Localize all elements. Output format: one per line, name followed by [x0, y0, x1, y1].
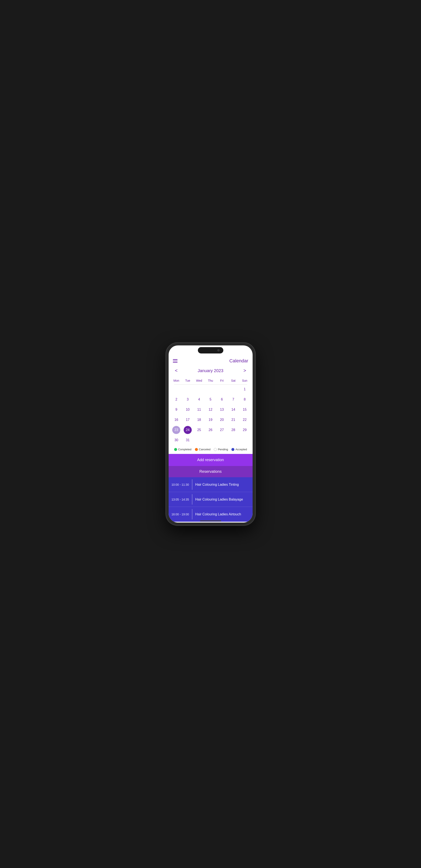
phone-screen: Calendar < January 2023 > MonTueWedThuFr… — [169, 345, 253, 523]
weekday-label: Wed — [193, 378, 205, 383]
calendar-day — [193, 384, 205, 394]
calendar-day — [205, 384, 216, 394]
reservations-list: 10:00 - 11:30Hair Colouring Ladies Tinti… — [169, 477, 253, 522]
add-reservation-button[interactable]: Add reservation — [169, 454, 253, 466]
calendar-day[interactable]: 28 — [228, 425, 239, 435]
legend-label: Pending — [218, 448, 228, 451]
calendar-day[interactable]: 12 — [205, 405, 216, 414]
legend-label: Canceled — [199, 448, 210, 451]
calendar-day[interactable]: 25 — [193, 425, 205, 435]
calendar-day[interactable]: 15 — [239, 405, 251, 414]
reservation-item[interactable]: 10:00 - 11:30Hair Colouring Ladies Tinti… — [169, 477, 253, 492]
calendar-day[interactable]: 31 — [182, 435, 193, 445]
legend-label: Accepted — [235, 448, 247, 451]
next-month-button[interactable]: > — [241, 367, 248, 374]
home-indicator — [200, 521, 221, 521]
calendar-grid: MonTueWedThuFriSatSun 123456789101112131… — [169, 376, 253, 445]
reservations-header: Reservations — [169, 466, 253, 477]
weekday-label: Mon — [171, 378, 182, 383]
calendar-day[interactable]: 16 — [171, 415, 182, 425]
weekday-label: Thu — [205, 378, 216, 383]
reservation-item[interactable]: 16:00 - 19:00Hair Colouring Ladies Airto… — [169, 507, 253, 522]
calendar-day[interactable]: 26 — [205, 425, 216, 435]
calendar-day[interactable]: 21 — [228, 415, 239, 425]
calendar-day[interactable]: 27 — [216, 425, 228, 435]
weekdays-row: MonTueWedThuFriSatSun — [171, 376, 251, 384]
app-header: Calendar — [169, 356, 253, 366]
calendar-day[interactable]: 30 — [171, 435, 182, 445]
days-grid: 1234567891011121314151617181920212223242… — [171, 384, 251, 445]
notch — [198, 347, 223, 353]
phone-frame: Calendar < January 2023 > MonTueWedThuFr… — [166, 343, 255, 525]
prev-month-button[interactable]: < — [173, 367, 180, 374]
app-content: Calendar < January 2023 > MonTueWedThuFr… — [169, 345, 253, 523]
canceled-dot — [195, 448, 198, 451]
calendar-legend: CompletedCanceledPendingAccepted — [169, 445, 253, 453]
reservation-service-name: Hair Colouring Ladies Balayage — [192, 495, 246, 504]
reservation-time: 16:00 - 19:00 — [169, 510, 192, 519]
bottom-area — [169, 522, 253, 523]
calendar-nav: < January 2023 > — [169, 366, 253, 376]
calendar-day[interactable]: 2 — [171, 395, 182, 404]
calendar-day[interactable]: 13 — [216, 405, 228, 414]
calendar-day[interactable]: 17 — [182, 415, 193, 425]
calendar-day[interactable]: 3 — [182, 395, 193, 404]
reservation-service-name: Hair Colouring Ladies Tinting — [192, 480, 242, 490]
calendar-day[interactable]: 1 — [239, 384, 251, 394]
calendar-day[interactable]: 18 — [193, 415, 205, 425]
month-year-label: January 2023 — [198, 368, 223, 373]
weekday-label: Tue — [182, 378, 193, 383]
accepted-dot — [231, 448, 234, 451]
page-title: Calendar — [229, 358, 248, 364]
reservation-service-name: Hair Colouring Ladies Airtouch — [192, 509, 244, 519]
calendar-day[interactable]: 9 — [171, 405, 182, 414]
calendar-day[interactable]: 23 — [171, 425, 182, 435]
legend-item-accepted: Accepted — [231, 448, 247, 451]
calendar-day[interactable]: 7 — [228, 395, 239, 404]
calendar-day[interactable]: 4 — [193, 395, 205, 404]
calendar-day[interactable]: 6 — [216, 395, 228, 404]
reservation-time: 10:00 - 11:30 — [169, 480, 192, 489]
calendar-day[interactable]: 8 — [239, 395, 251, 404]
legend-label: Completed — [178, 448, 192, 451]
legend-item-canceled: Canceled — [195, 448, 210, 451]
reservation-item[interactable]: 13:05 - 14:35Hair Colouring Ladies Balay… — [169, 492, 253, 507]
calendar-day[interactable]: 22 — [239, 415, 251, 425]
weekday-label: Fri — [216, 378, 228, 383]
calendar-day[interactable]: 14 — [228, 405, 239, 414]
pending-dot — [214, 448, 217, 451]
calendar-day[interactable]: 24 — [182, 425, 193, 435]
calendar-day — [182, 384, 193, 394]
legend-item-pending: Pending — [214, 448, 228, 451]
calendar-day[interactable]: 11 — [193, 405, 205, 414]
completed-dot — [174, 448, 177, 451]
calendar-day[interactable]: 5 — [205, 395, 216, 404]
calendar-day[interactable]: 29 — [239, 425, 251, 435]
weekday-label: Sun — [239, 378, 251, 383]
calendar-day[interactable]: 19 — [205, 415, 216, 425]
legend-item-completed: Completed — [174, 448, 192, 451]
reservation-time: 13:05 - 14:35 — [169, 495, 192, 504]
weekday-label: Sat — [228, 378, 239, 383]
calendar-day — [171, 384, 182, 394]
camera-dot — [217, 349, 220, 351]
hamburger-menu-icon[interactable] — [173, 359, 177, 363]
calendar-day[interactable]: 20 — [216, 415, 228, 425]
calendar-day — [228, 384, 239, 394]
calendar-day — [216, 384, 228, 394]
calendar-day[interactable]: 10 — [182, 405, 193, 414]
